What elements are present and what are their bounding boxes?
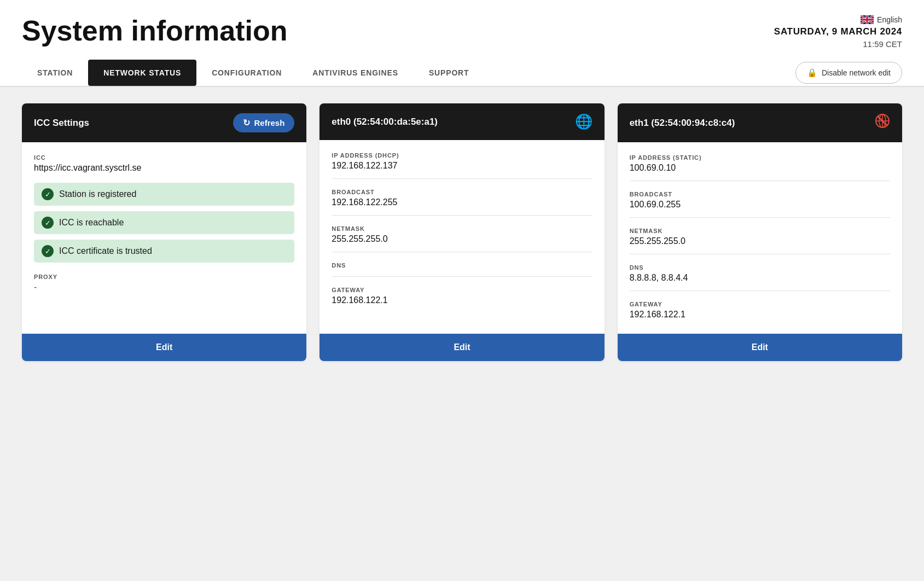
eth0-ip-label: IP ADDRESS (DHCP): [332, 152, 592, 159]
language-selector[interactable]: English: [861, 15, 902, 24]
eth0-dns-label: DNS: [332, 262, 592, 269]
eth0-ip-value: 192.168.122.137: [332, 161, 592, 171]
top-right-info: English SATURDAY, 9 MARCH 2024 11:59 CET: [774, 15, 902, 49]
check-icon-trusted: ✓: [42, 245, 54, 257]
eth1-dns-value: 8.8.8.8, 8.8.4.4: [630, 273, 890, 283]
eth1-netmask-value: 255.255.255.0: [630, 236, 890, 246]
date-display: SATURDAY, 9 MARCH 2024: [774, 26, 902, 37]
time-display: 11:59 CET: [863, 39, 902, 49]
language-label: English: [877, 15, 902, 24]
eth1-netmask-label: NETMASK: [630, 228, 890, 234]
status-registered: ✓ Station is registered: [34, 183, 294, 206]
eth0-gateway-value: 192.168.122.1: [332, 295, 592, 305]
eth0-broadcast-value: 192.168.122.255: [332, 197, 592, 207]
tab-network-status[interactable]: NETWORK STATUS: [88, 60, 196, 86]
proxy-label: PROXY: [34, 274, 294, 280]
status-trusted: ✓ ICC certificate is trusted: [34, 240, 294, 263]
eth1-dns-label: DNS: [630, 264, 890, 271]
eth1-card-title: eth1 (52:54:00:94:c8:c4): [630, 118, 735, 129]
eth1-ip-value: 100.69.0.10: [630, 163, 890, 173]
refresh-icon: ↻: [243, 118, 250, 128]
icc-card-body: ICC https://icc.vagrant.sysctrl.se ✓ Sta…: [22, 142, 306, 334]
disable-network-label: Disable network edit: [822, 68, 891, 77]
status-trusted-label: ICC certificate is trusted: [59, 246, 152, 256]
eth0-card-body: IP ADDRESS (DHCP) 192.168.122.137 BROADC…: [319, 140, 604, 334]
status-reachable: ✓ ICC is reachable: [34, 211, 294, 234]
icc-url: https://icc.vagrant.sysctrl.se: [34, 163, 294, 173]
eth1-broadcast-label: BROADCAST: [630, 191, 890, 197]
main-content: ICC Settings ↻ Refresh ICC https://icc.v…: [0, 87, 924, 377]
globe-connected-icon: 🌐: [575, 113, 592, 130]
eth1-edit-button[interactable]: Edit: [618, 334, 902, 361]
eth0-card-title: eth0 (52:54:00:da:5e:a1): [332, 117, 438, 127]
eth1-card-header: eth1 (52:54:00:94:c8:c4): [618, 103, 902, 142]
refresh-label: Refresh: [254, 118, 284, 127]
eth0-netmask-value: 255.255.255.0: [332, 234, 592, 244]
tab-configuration[interactable]: CONFIGURATION: [196, 60, 297, 86]
page-title: System information: [22, 15, 287, 47]
eth1-ip-label: IP ADDRESS (STATIC): [630, 154, 890, 161]
eth0-card: eth0 (52:54:00:da:5e:a1) 🌐 IP ADDRESS (D…: [319, 103, 604, 361]
proxy-value: -: [34, 282, 294, 292]
icc-edit-button[interactable]: Edit: [22, 334, 306, 361]
tab-antivirus-engines[interactable]: ANTIVIRUS ENGINES: [297, 60, 414, 86]
icc-settings-card: ICC Settings ↻ Refresh ICC https://icc.v…: [22, 103, 306, 361]
disable-network-button[interactable]: 🔒 Disable network edit: [795, 62, 902, 84]
eth1-broadcast-value: 100.69.0.255: [630, 200, 890, 210]
lock-icon: 🔒: [807, 68, 817, 78]
eth1-card-body: IP ADDRESS (STATIC) 100.69.0.10 BROADCAS…: [618, 142, 902, 334]
tab-support[interactable]: SUPPORT: [414, 60, 485, 86]
icc-label: ICC: [34, 154, 294, 161]
icc-card-header: ICC Settings ↻ Refresh: [22, 103, 306, 142]
eth0-netmask-label: NETMASK: [332, 225, 592, 232]
nav-tabs: STATION NETWORK STATUS CONFIGURATION ANT…: [22, 60, 484, 86]
eth1-gateway-label: GATEWAY: [630, 301, 890, 307]
globe-disconnected-icon: [875, 113, 890, 132]
eth0-edit-button[interactable]: Edit: [319, 334, 604, 361]
eth1-card: eth1 (52:54:00:94:c8:c4) IP ADDRESS (STA…: [618, 103, 902, 361]
eth0-card-header: eth0 (52:54:00:da:5e:a1) 🌐: [319, 103, 604, 140]
eth1-gateway-value: 192.168.122.1: [630, 310, 890, 319]
flag-icon: [861, 15, 874, 24]
check-icon-registered: ✓: [42, 188, 54, 200]
icc-card-title: ICC Settings: [34, 118, 89, 129]
eth0-broadcast-label: BROADCAST: [332, 189, 592, 195]
refresh-button[interactable]: ↻ Refresh: [233, 113, 294, 132]
eth0-gateway-label: GATEWAY: [332, 287, 592, 293]
status-reachable-label: ICC is reachable: [59, 218, 124, 228]
status-registered-label: Station is registered: [59, 189, 136, 199]
check-icon-reachable: ✓: [42, 217, 54, 229]
navigation-bar: STATION NETWORK STATUS CONFIGURATION ANT…: [0, 60, 924, 87]
tab-station[interactable]: STATION: [22, 60, 88, 86]
